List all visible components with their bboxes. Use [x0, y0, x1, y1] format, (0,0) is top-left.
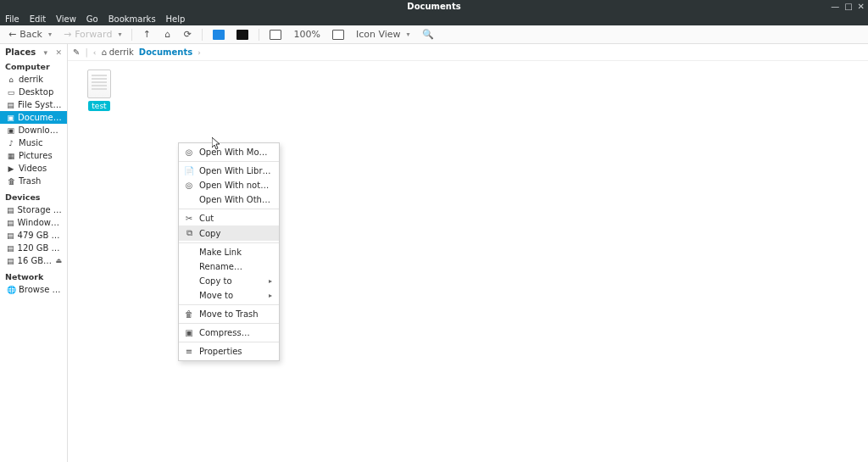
chevron-right-icon: ▸	[269, 277, 272, 285]
chevron-down-icon: ▾	[48, 31, 52, 38]
view-terminal[interactable]	[233, 27, 252, 42]
menu-edit[interactable]: Edit	[30, 14, 46, 24]
ctx-open-notepad[interactable]: ◎Open With notepad	[179, 178, 279, 192]
chevron-right-icon: ▸	[269, 292, 272, 299]
back-label: Back	[19, 29, 42, 40]
sidebar-item-documents[interactable]: ▣Documents	[0, 111, 67, 124]
path-bar: ✎ | ‹ ⌂ derrik Documents ›	[68, 44, 868, 61]
ctx-cut[interactable]: ✂Cut	[179, 211, 279, 225]
ctx-open-mousepad[interactable]: ◎Open With Mousepad	[179, 145, 279, 159]
menu-help[interactable]: Help	[166, 14, 186, 24]
app-icon: ◎	[184, 148, 194, 157]
video-icon: ▶	[7, 164, 15, 173]
separator	[179, 161, 279, 162]
sidebar-item-label: Documents	[18, 113, 62, 122]
ctx-rename[interactable]: •Rename…	[179, 259, 279, 274]
arrow-up-icon: ↑	[143, 29, 151, 40]
ctx-label: Make Link	[199, 248, 272, 257]
sidebar-item-drive[interactable]: ▤479 GB Volume	[0, 229, 67, 242]
zoom-in-button[interactable]	[329, 27, 348, 42]
sidebar-title: Places	[5, 47, 36, 57]
sidebar-item-label: Music	[19, 138, 42, 148]
text-file-icon	[87, 70, 111, 98]
chevron-down-icon[interactable]: ▾	[44, 48, 48, 57]
sidebar-item-label: Storage Windows	[18, 205, 62, 214]
sidebar-header: Places ▾ ✕	[0, 44, 67, 58]
search-button[interactable]: 🔍	[419, 27, 437, 42]
ctx-open-other[interactable]: •Open With Other Application…	[179, 192, 279, 207]
chevron-left-icon[interactable]: ‹	[93, 48, 97, 57]
sidebar-item-downloads[interactable]: ▣Downloads	[0, 124, 67, 136]
menu-bookmarks[interactable]: Bookmarks	[108, 14, 156, 24]
copy-icon: ⧉	[184, 228, 194, 238]
drive-icon: ▤	[7, 257, 14, 265]
ctx-make-link[interactable]: •Make Link	[179, 245, 279, 259]
desktop-icon: ▭	[7, 88, 15, 97]
ctx-properties[interactable]: ≡Properties	[179, 344, 279, 359]
sidebar-item-pictures[interactable]: ▦Pictures	[0, 149, 67, 162]
view-folder-color[interactable]	[209, 27, 228, 42]
view-mode-select[interactable]: Icon View ▾	[353, 27, 414, 42]
ctx-label: Cut	[199, 214, 272, 223]
menu-view[interactable]: View	[56, 14, 76, 24]
folder-icon: ▣	[7, 126, 14, 135]
separator	[179, 209, 279, 209]
ctx-copy[interactable]: ⧉Copy	[179, 225, 279, 241]
minimize-button[interactable]: —	[831, 2, 839, 11]
sidebar-item-label: 16 GB Volu…	[18, 256, 53, 265]
sidebar-item-label: derrik	[19, 75, 43, 84]
edit-path-icon[interactable]: ✎	[73, 47, 80, 57]
sidebar-item-label: 479 GB Volume	[18, 231, 62, 240]
terminal-icon	[236, 30, 248, 40]
sidebar-item-drive[interactable]: ▤Windows SSD sto…	[0, 216, 67, 229]
sidebar-item-home[interactable]: ⌂derrik	[0, 73, 67, 86]
ctx-copy-to[interactable]: •Copy to▸	[179, 274, 279, 288]
ctx-label: Rename…	[199, 262, 272, 271]
breadcrumb-current[interactable]: Documents	[139, 47, 192, 57]
icon-view[interactable]: test ◎Open With Mousepad 📄Open With Libr…	[68, 61, 868, 462]
reload-button[interactable]: ⟳	[180, 27, 195, 42]
arrow-left-icon: ←	[8, 29, 16, 40]
ctx-compress[interactable]: ▣Compress…	[179, 326, 279, 340]
window-buttons: — □ ✕	[831, 0, 865, 12]
zoom-minus-icon	[270, 30, 281, 40]
sidebar-group-devices: Devices	[0, 191, 67, 203]
sidebar-item-drive[interactable]: ▤120 GB Volume	[0, 242, 67, 254]
separator	[179, 242, 279, 243]
ctx-open-libreoffice[interactable]: 📄Open With LibreOffice Writer	[179, 164, 279, 178]
properties-icon: ≡	[184, 347, 194, 356]
menu-go[interactable]: Go	[86, 14, 98, 24]
title-bar: Documents — □ ✕	[0, 0, 868, 12]
sidebar-item-browse-network[interactable]: 🌐Browse Network	[0, 283, 67, 296]
ctx-move-to[interactable]: •Move to▸	[179, 288, 279, 303]
eject-icon[interactable]: ⏏	[55, 257, 62, 264]
globe-icon: 🌐	[7, 286, 15, 294]
zoom-out-button[interactable]	[266, 27, 285, 42]
back-button[interactable]: ← Back ▾	[5, 27, 55, 42]
up-button[interactable]: ↑	[139, 27, 154, 42]
ctx-move-to-trash[interactable]: 🗑Move to Trash	[179, 307, 279, 321]
close-sidebar-icon[interactable]: ✕	[55, 48, 62, 57]
menu-file[interactable]: File	[5, 14, 19, 24]
ctx-label: Open With notepad	[199, 181, 272, 190]
window-title: Documents	[0, 2, 868, 11]
menu-bar: File Edit View Go Bookmarks Help	[0, 12, 868, 25]
file-item[interactable]: test	[80, 70, 119, 111]
forward-button[interactable]: → Forward ▾	[60, 27, 125, 42]
blue-swatch-icon	[213, 30, 225, 40]
chevron-right-icon[interactable]: ›	[198, 48, 201, 57]
sidebar-item-filesystem[interactable]: ▤File System	[0, 98, 67, 111]
sidebar-item-videos[interactable]: ▶Videos	[0, 162, 67, 175]
ctx-label: Properties	[199, 347, 272, 356]
sidebar-item-desktop[interactable]: ▭Desktop	[0, 86, 67, 98]
sidebar-item-drive[interactable]: ▤Storage Windows	[0, 203, 67, 216]
close-button[interactable]: ✕	[858, 2, 865, 11]
sidebar-item-label: Desktop	[19, 87, 53, 97]
breadcrumb-home[interactable]: ⌂ derrik	[101, 47, 133, 57]
sidebar-item-music[interactable]: ♪Music	[0, 136, 67, 149]
maximize-button[interactable]: □	[844, 2, 852, 11]
home-button[interactable]: ⌂	[159, 27, 175, 42]
sidebar-item-drive[interactable]: ▤16 GB Volu…⏏	[0, 254, 67, 267]
zoom-level[interactable]: 100%	[290, 27, 323, 42]
sidebar-item-trash[interactable]: 🗑Trash	[0, 175, 67, 187]
